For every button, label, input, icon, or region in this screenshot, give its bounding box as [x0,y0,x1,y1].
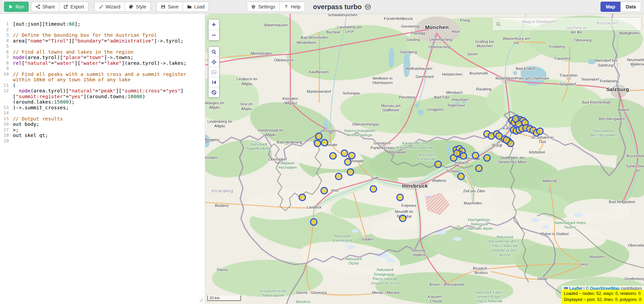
run-button[interactable]: Run [4,2,29,12]
editor-line: 13)->.summit_crosses; [0,105,205,111]
zoom-out-button[interactable]: − [209,30,219,40]
help-button-label: Help [291,4,301,9]
locate-icon [211,59,217,65]
map[interactable]: SchwabmünchenFürstenfeldbruckGermeringMü… [205,14,644,304]
line-number [0,77,13,83]
poi-marker[interactable] [503,136,510,144]
editor-line: 3// Define the bounding box for the Aust… [0,32,205,38]
poi-marker[interactable] [396,194,404,201]
app-title: overpass turbo [313,3,371,11]
locate-button[interactable] [209,57,219,67]
code-text: area["name"="Tirol"]["boundary"="adminis… [13,38,183,44]
code-text: ( [13,83,16,88]
toolbar-group: WizardStyle [94,2,151,12]
poi-marker[interactable] [347,168,354,176]
export-button[interactable]: Export [59,2,88,12]
toolbar: RunShareExportWizardStyleSaveLoadSetting… [0,0,644,14]
poi-marker[interactable] [344,158,351,166]
editor-line: 18out skel qt; [0,133,205,138]
line-number: 10 [0,72,13,77]
poi-marker[interactable] [472,152,479,159]
line-number: 2 [0,27,13,33]
zoom-in-button[interactable]: + [209,20,219,30]
poi-marker[interactable] [399,215,406,222]
editor-line: 8rel["natural"="water"]["water"="lake"](… [0,60,205,66]
style-button-label: Style [136,4,146,9]
export-icon [63,4,68,9]
poi-marker[interactable] [320,187,328,194]
wizard-button[interactable]: Wizard [94,2,125,12]
editor-resize-grip[interactable] [199,298,203,302]
poi-marker[interactable] [299,194,306,201]
ban-button[interactable] [209,87,219,97]
poi-marker[interactable] [329,152,337,160]
line-number: 15 [0,116,13,122]
poi-marker[interactable] [434,161,442,168]
poi-marker[interactable] [483,154,491,162]
image-icon [211,70,217,75]
poi-marker[interactable] [315,133,323,140]
code-text: node(area.tyrol)["natural"="peak"]["summ… [13,88,183,94]
code-text: )->.summit_crosses; [13,105,69,111]
image-button[interactable] [209,67,219,77]
poi-marker[interactable] [453,149,461,157]
editor-line: 14 [0,110,205,116]
poi-marker[interactable] [335,173,342,180]
poi-marker[interactable] [348,152,356,159]
palette-icon [129,4,133,9]
line-number: 5 [0,44,13,49]
magnifier-button[interactable] [209,47,219,57]
poi-marker[interactable] [314,140,321,147]
poi-marker[interactable] [310,218,317,226]
code-text: rel["natural"="water"]["water"="lake"](a… [13,60,186,66]
line-number: 4 [0,38,13,44]
code-text: within 10km of any town 15km of any lake [13,77,130,83]
line-number: 18 [0,133,13,138]
code-text: out skel qt; [13,133,48,138]
skip-back-button[interactable] [209,77,219,87]
editor-line: 12 node(area.tyrol)["natural"="peak"]["s… [0,88,205,94]
poi-marker[interactable] [321,139,328,146]
view-toggle-map[interactable]: Map [601,2,621,12]
line-number: 17 [0,127,13,133]
query-editor[interactable]: 1[out:json][timeout:60];23// Define the … [0,14,205,304]
stats-loaded: Loaded – nodes: 52, ways: 0, relations: … [564,291,641,297]
poi-marker[interactable] [512,115,519,122]
floppy-icon [161,4,165,9]
editor-line: ["summit:register"="yes"](around.towns:1… [0,94,205,100]
line-number: 8 [0,60,13,66]
folder-icon [187,4,192,9]
wizard-button-label: Wizard [106,4,121,9]
save-button[interactable]: Save [156,2,183,12]
overpass-turbo-logo [365,4,371,10]
load-button[interactable]: Load [183,2,209,12]
share-button[interactable]: Share [31,2,59,12]
code-text: node(area.tyrol)["place"="town"]->.towns… [13,55,133,60]
zoom-control: + − [208,19,219,40]
code-text: // Define the bounding box for the Austr… [13,32,157,38]
line-number: 7 [0,55,13,60]
stats-displayed: Displayed – pois: 52, lines: 0, polygons… [564,297,641,303]
question-icon: ? [284,4,288,9]
style-button[interactable]: Style [124,2,151,12]
share-icon [35,4,40,9]
gear-icon [251,4,256,9]
map-search-input[interactable] [503,17,641,31]
editor-line: (around.lakes:15000); [0,99,205,105]
line-number: 1 [0,21,13,27]
help-button[interactable]: ?Help [279,2,305,12]
view-toggle-data[interactable]: Data [620,2,641,12]
poi-marker[interactable] [457,173,465,180]
poi-marker[interactable] [475,165,483,172]
poi-marker[interactable] [370,185,377,193]
line-number: 14 [0,110,13,116]
save-button-label: Save [168,4,179,9]
poi-marker[interactable] [536,128,544,135]
line-number: 12 [0,88,13,94]
settings-button[interactable]: Settings [247,2,280,12]
map-search[interactable] [492,17,642,31]
map-tiles [205,14,644,304]
editor-line: 15// Output results [0,116,205,122]
poi-marker[interactable] [341,149,348,157]
toolbar-button-groups: RunShareExportWizardStyleSaveLoadSetting… [0,2,305,12]
